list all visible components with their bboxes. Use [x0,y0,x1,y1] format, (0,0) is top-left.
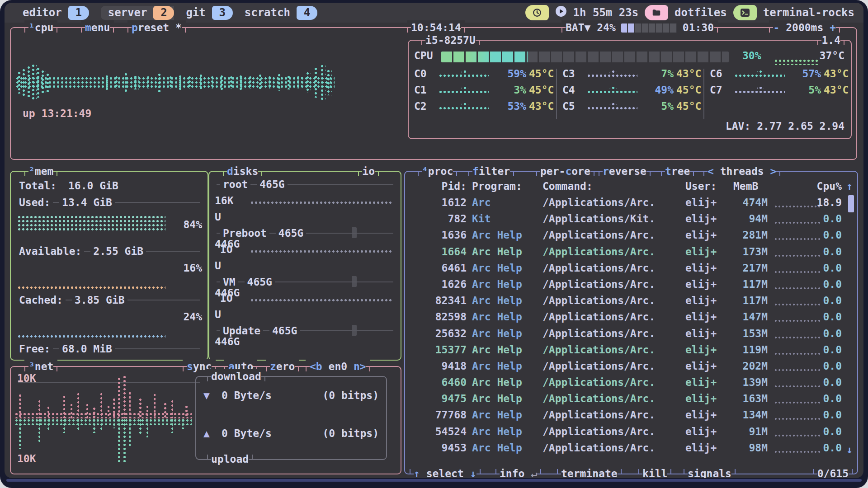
process-row[interactable]: 6461 Arc Help /Applications/Arc. elij+ 2… [411,260,842,276]
refresh-plus-button[interactable]: + [830,22,836,33]
core-mini-graph [587,102,637,110]
col-cpu[interactable]: Cpu% [798,178,842,194]
process-row[interactable]: 82598 Arc Help /Applications/Arc. elij+ … [411,309,842,325]
process-command: /Applications/Arc. [542,260,655,276]
process-row[interactable]: 82341 Arc Help /Applications/Arc. elij+ … [411,292,842,309]
preset-button[interactable]: preset * [127,20,186,35]
net-panel-title[interactable]: ³net [24,359,57,374]
tree-button[interactable]: tree [661,164,694,179]
process-mem: 474M [710,194,768,211]
core-name: C1 [414,84,427,96]
core-percent: 57% [788,68,821,80]
tab-server[interactable]: server 2 [101,6,175,20]
mem-cached-graph: 24% [16,308,202,341]
net-rates-box: download upload ▼ 0 Byte/s (0 bitps) ▲ 0… [195,376,387,460]
process-cpu: 18.9 [798,194,842,211]
process-pid: 9453 [411,440,467,456]
refresh-minus-button[interactable]: - [773,22,779,33]
col-program[interactable]: Program: [472,178,522,194]
core-mini-graph [734,70,785,78]
disks-panel-title[interactable]: disks [223,164,262,179]
process-row[interactable]: 15377 Arc Help /Applications/Arc. elij+ … [411,342,842,358]
select-control[interactable]: ↑ select ↓ [410,466,481,478]
sort-direction-icon[interactable]: ↑ [846,178,853,194]
signals-button[interactable]: signals [684,466,736,478]
mem-available-graph: 16% [16,259,202,292]
process-row[interactable]: 77768 Arc Help /Applications/Arc. elij+ … [411,407,842,423]
col-command[interactable]: Command: [542,178,593,194]
tab-editor[interactable]: editor 1 [23,6,89,20]
core-percent: 59% [494,68,526,80]
window-bottom-accent [6,479,862,482]
process-pid: 54524 [411,423,467,440]
process-command: /Applications/Arc. [542,325,655,342]
cpu-frequency: 1.4 [817,33,844,48]
process-row[interactable]: 782 Kit /Applications/Kit. elij+ 94M 0.0 [411,211,842,227]
process-row[interactable]: 1664 Arc Help /Applications/Arc. elij+ 1… [411,244,842,260]
core-percent: 5% [641,100,674,112]
process-mem: 153M [710,325,768,342]
process-row[interactable]: 1636 Arc Help /Applications/Arc. elij+ 2… [411,227,842,243]
process-row[interactable]: 1612 Arc /Applications/Arc. elij+ 474M 1… [411,194,842,211]
process-pid: 1612 [411,194,467,211]
process-mem: 281M [710,227,768,243]
download-label: download [207,369,265,384]
filter-button[interactable]: filter [468,164,514,179]
scroll-down-indicator[interactable]: ↓ [846,444,853,455]
tab-scratch[interactable]: scratch 4 [245,6,317,20]
mem-used-row: Used: 13.4 GiB [16,194,202,211]
net-interface-switcher[interactable]: <b en0 n> [306,359,370,374]
core-name: C2 [414,100,427,112]
proc-scrollbar[interactable] [848,195,854,212]
process-row[interactable]: 9475 Arc Help /Applications/Arc. elij+ 1… [411,390,842,407]
tab-label: git [186,6,205,19]
proc-panel-title[interactable]: ⁴proc [418,164,457,179]
process-program: Arc Help [472,423,522,440]
core-name: C0 [414,68,427,80]
net-zero-button[interactable]: zero [266,359,299,374]
process-program: Arc Help [472,407,522,423]
disks-title-rest: isks [233,165,258,177]
mem-free-row: Free: 68.0 MiB [16,341,202,357]
uptime-label: up 13:21:49 [23,108,91,119]
menu-button[interactable]: menu [81,20,114,35]
mem-total-row: Total: 16.0 GiB [16,177,202,194]
mem-panel: ²mem Total: 16.0 GiB Used: 13.4 GiB 84% … [10,171,208,361]
process-row[interactable]: 25632 Arc Help /Applications/Arc. elij+ … [411,325,842,342]
process-mem: 173M [710,244,768,260]
process-cpu: 0.0 [798,276,842,292]
upload-label: upload [207,452,253,467]
process-program: Arc Help [472,440,522,456]
process-row[interactable]: 9418 Arc Help /Applications/Arc. elij+ 2… [411,358,842,374]
process-row[interactable]: 1626 Arc Help /Applications/Arc. elij+ 1… [411,276,842,292]
per-core-button[interactable]: per-core [536,164,594,179]
col-mem[interactable]: MemB [733,178,758,194]
tab-git[interactable]: git 3 [186,6,232,20]
upload-bits: (0 bitps) [322,427,379,439]
core-temp: 43°C [529,100,554,112]
process-cpu: 0.0 [798,342,842,358]
core-mini-graph [734,86,785,94]
process-program: Arc [472,194,491,211]
process-row[interactable]: 54524 Arc Help /Applications/Arc. elij+ … [411,423,842,440]
info-button[interactable]: info ↵ [495,466,541,478]
threads-sort-selector[interactable]: < threads > [703,164,780,179]
reverse-button[interactable]: reverse [599,164,651,179]
terminate-button[interactable]: terminate [557,466,622,478]
tab-index-badge: 3 [212,6,233,20]
cpu-panel-title[interactable]: ¹cpu [24,20,57,35]
disks-io-toggle[interactable]: io [358,164,379,179]
process-mem: 217M [710,260,768,276]
clock-icon [525,5,549,20]
process-mem: 94M [710,211,768,227]
col-pid[interactable]: Pid: [411,178,467,194]
process-row[interactable]: 6460 Arc Help /Applications/Arc. elij+ 1… [411,374,842,390]
kill-button[interactable]: kill [638,466,671,478]
process-pid: 6461 [411,260,467,276]
col-user[interactable]: User: [685,178,717,194]
cpu-model-label: i5-8257U [421,33,480,48]
process-row[interactable]: 9453 Arc Help /Applications/Arc. elij+ 9… [411,440,842,456]
mem-panel-title[interactable]: ²mem [24,164,57,179]
core-name: C5 [562,100,575,112]
core-name: C3 [562,68,575,80]
